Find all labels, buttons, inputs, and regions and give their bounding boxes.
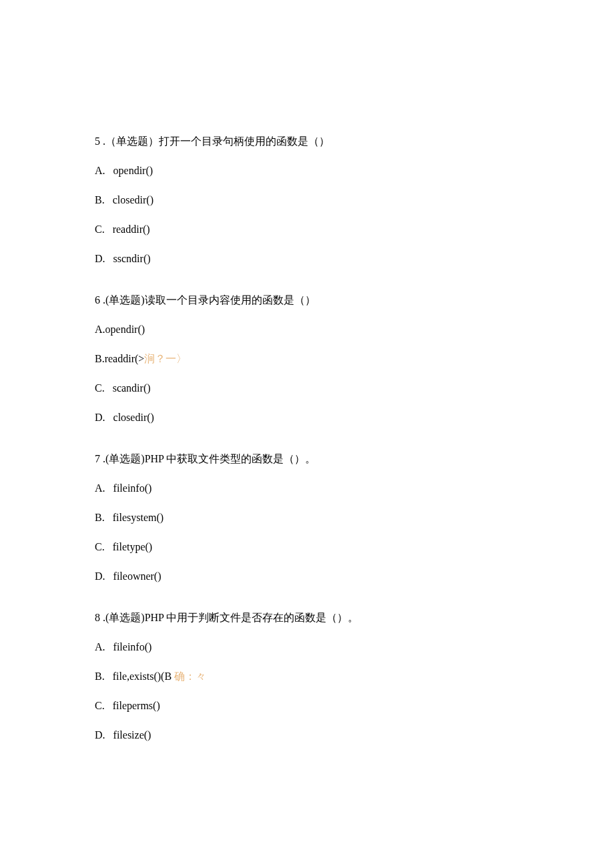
answer-option: B.closedir() <box>95 192 521 208</box>
option-letter: D. <box>95 727 105 743</box>
answer-option: A.opendir() <box>95 322 521 338</box>
option-letter: D. <box>95 568 105 584</box>
question-number: 5 <box>95 135 100 147</box>
answer-option: D.closedir() <box>95 410 521 426</box>
option-letter: B. <box>95 351 105 367</box>
answer-option: B.file,exists()(B 确：々 <box>95 669 521 685</box>
option-text: opendir() <box>113 165 154 176</box>
option-text: readdir(> <box>105 353 145 364</box>
option-letter: D. <box>95 251 105 267</box>
option-letter: A. <box>95 322 105 338</box>
option-letter: D. <box>95 410 105 426</box>
question-prompt: 读取一个目录内容使用的函数是（） <box>145 294 316 306</box>
question-type-label: (单选题) <box>105 612 145 623</box>
option-text: opendir() <box>105 324 145 335</box>
option-text: file,exists()(B <box>113 671 174 682</box>
option-letter: B. <box>95 510 105 526</box>
option-text: readdir() <box>113 224 150 235</box>
option-text: closedir() <box>113 412 154 423</box>
answer-option: A.opendir() <box>95 163 521 179</box>
question-type-label: （单选题） <box>105 135 159 147</box>
option-letter: A. <box>95 480 105 496</box>
answer-annotation: 确：々 <box>174 671 206 682</box>
option-letter: C. <box>95 380 105 396</box>
question-number: 7 <box>95 453 100 464</box>
option-text: fileowner() <box>113 570 162 582</box>
question-text: 5 .（单选题）打开一个目录句柄使用的函数是（） <box>95 133 521 149</box>
option-letter: C. <box>95 539 105 555</box>
answer-option: C.scandir() <box>95 380 521 396</box>
question-block: 7 .(单选题)PHP 中获取文件类型的函数是（）。A.fileinfo()B.… <box>95 451 521 584</box>
option-letter: C. <box>95 698 105 714</box>
question-block: 5 .（单选题）打开一个目录句柄使用的函数是（）A.opendir()B.clo… <box>95 133 521 267</box>
question-text: 7 .(单选题)PHP 中获取文件类型的函数是（）。 <box>95 451 521 467</box>
question-block: 6 .(单选题)读取一个目录内容使用的函数是（）A.opendir()B.rea… <box>95 292 521 426</box>
question-text: 6 .(单选题)读取一个目录内容使用的函数是（） <box>95 292 521 308</box>
option-text: filetype() <box>113 541 153 552</box>
question-separator: . <box>100 135 105 147</box>
option-letter: B. <box>95 192 105 208</box>
option-text: filesystem() <box>113 512 164 523</box>
option-letter: A. <box>95 163 105 179</box>
answer-option: B.readdir(>涧？一〉 <box>95 351 521 367</box>
answer-option: C.filetype() <box>95 539 521 555</box>
answer-option: D.sscndir() <box>95 251 521 267</box>
question-block: 8 .(单选题)PHP 中用于判断文件是否存在的函数是（）。A.fileinfo… <box>95 610 521 743</box>
question-separator: . <box>100 294 105 306</box>
question-number: 8 <box>95 612 100 623</box>
option-text: scandir() <box>113 382 151 394</box>
option-text: fileperms() <box>113 700 160 711</box>
question-number: 6 <box>95 294 100 306</box>
option-text: filesize() <box>113 729 151 741</box>
answer-option: D.filesize() <box>95 727 521 743</box>
question-text: 8 .(单选题)PHP 中用于判断文件是否存在的函数是（）。 <box>95 610 521 626</box>
question-type-label: (单选题) <box>105 453 145 464</box>
question-separator: . <box>100 612 105 623</box>
question-prompt: PHP 中用于判断文件是否存在的函数是（）。 <box>145 612 359 623</box>
answer-annotation: 涧？一〉 <box>144 353 187 364</box>
option-text: fileinfo() <box>113 482 152 494</box>
answer-option: C.readdir() <box>95 222 521 238</box>
option-letter: A. <box>95 639 105 655</box>
answer-option: D.fileowner() <box>95 568 521 584</box>
question-type-label: (单选题) <box>105 294 145 306</box>
answer-option: C.fileperms() <box>95 698 521 714</box>
answer-option: A.fileinfo() <box>95 480 521 496</box>
option-text: fileinfo() <box>113 641 152 653</box>
question-prompt: 打开一个目录句柄使用的函数是（） <box>159 135 330 147</box>
question-prompt: PHP 中获取文件类型的函数是（）。 <box>145 453 316 464</box>
answer-option: B.filesystem() <box>95 510 521 526</box>
option-text: closedir() <box>113 194 154 205</box>
option-letter: B. <box>95 669 105 685</box>
option-text: sscndir() <box>113 253 151 264</box>
option-letter: C. <box>95 222 105 238</box>
document-body: 5 .（单选题）打开一个目录句柄使用的函数是（）A.opendir()B.clo… <box>95 133 521 743</box>
answer-option: A.fileinfo() <box>95 639 521 655</box>
question-separator: . <box>100 453 105 464</box>
